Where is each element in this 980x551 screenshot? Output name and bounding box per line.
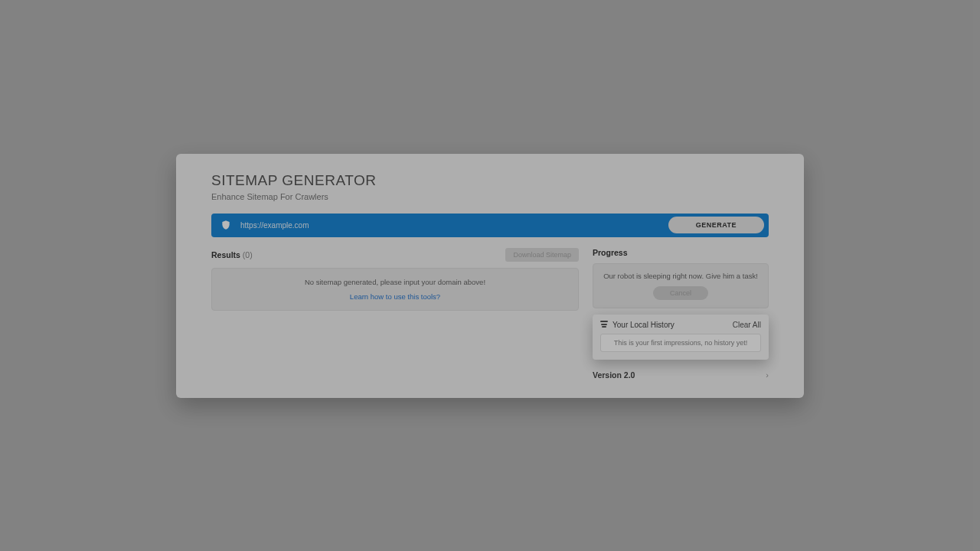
- page-title: SITEMAP GENERATOR: [211, 172, 769, 189]
- history-icon: [600, 321, 608, 328]
- results-empty-text: No sitemap generated, please input your …: [220, 278, 570, 286]
- progress-heading: Progress: [593, 248, 628, 257]
- download-sitemap-button[interactable]: Download Sitemap: [505, 248, 579, 262]
- version-row[interactable]: Version 2.0 ›: [593, 370, 769, 380]
- url-bar: GENERATE: [211, 214, 769, 237]
- history-title: Your Local History: [612, 321, 675, 329]
- cancel-button[interactable]: Cancel: [653, 286, 708, 300]
- app-card: SITEMAP GENERATOR Enhance Sitemap For Cr…: [176, 154, 804, 398]
- progress-panel: Our robot is sleeping right now. Give hi…: [593, 263, 769, 308]
- generate-button[interactable]: GENERATE: [668, 217, 764, 233]
- chevron-right-icon: ›: [766, 370, 769, 380]
- history-panel: Your Local History Clear All This is you…: [593, 315, 769, 360]
- progress-idle-text: Our robot is sleeping right now. Give hi…: [601, 272, 760, 280]
- shield-icon: [220, 219, 231, 231]
- learn-link[interactable]: Learn how to use this tools?: [350, 292, 440, 301]
- domain-input[interactable]: [231, 221, 668, 230]
- version-label: Version 2.0: [593, 370, 635, 380]
- results-panel: No sitemap generated, please input your …: [211, 268, 579, 311]
- results-heading: Results (0): [211, 250, 253, 259]
- page-subtitle: Enhance Sitemap For Crawlers: [211, 192, 769, 201]
- history-empty-text: This is your first impressions, no histo…: [600, 334, 761, 352]
- clear-all-button[interactable]: Clear All: [733, 321, 761, 329]
